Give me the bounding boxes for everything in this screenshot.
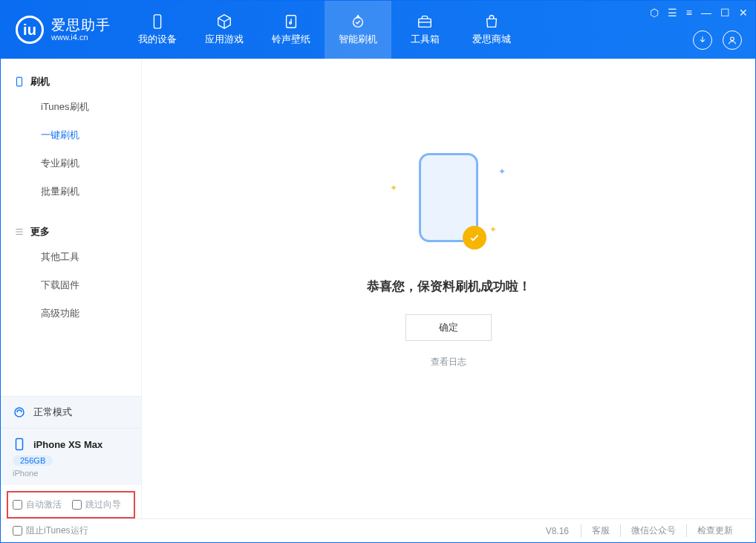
sidebar-item-itunes-flash[interactable]: iTunes刷机 xyxy=(1,93,141,121)
svg-rect-8 xyxy=(16,439,23,450)
device-mode: 正常模式 xyxy=(33,406,72,419)
cube-icon xyxy=(216,13,232,30)
main-content: ✦ ✦ ✦ 恭喜您，保资料刷机成功啦！ 确定 查看日志 xyxy=(142,59,755,518)
check-badge-icon xyxy=(463,226,486,250)
nav-apps-games[interactable]: 应用游戏 xyxy=(191,1,258,59)
block-itunes-checkbox[interactable]: 阻止iTunes运行 xyxy=(13,524,88,537)
list-icon[interactable]: ≡ xyxy=(686,7,692,19)
version-label: V8.16 xyxy=(546,526,569,536)
header-actions xyxy=(693,30,742,50)
sidebar: 刷机 iTunes刷机 一键刷机 专业刷机 批量刷机 更多 其他工具 下载固件 … xyxy=(1,59,142,518)
footer: 阻止iTunes运行 V8.16 客服 微信公众号 检查更新 xyxy=(1,518,755,542)
close-button[interactable]: ✕ xyxy=(739,7,748,19)
music-icon xyxy=(283,13,299,30)
main-nav: 我的设备 应用游戏 铃声壁纸 智能刷机 工具箱 爱思商城 xyxy=(124,1,525,59)
sync-icon xyxy=(13,406,26,419)
nav-label: 智能刷机 xyxy=(339,33,377,46)
svg-point-7 xyxy=(15,408,24,417)
brand-name: 爱思助手 xyxy=(51,18,111,33)
brand-url: www.i4.cn xyxy=(51,33,111,42)
group-title: 更多 xyxy=(30,225,50,238)
list-icon xyxy=(14,227,25,237)
footer-link-wechat[interactable]: 微信公众号 xyxy=(620,524,686,537)
download-button[interactable] xyxy=(693,30,712,50)
nav-label: 应用游戏 xyxy=(205,33,244,46)
nav-label: 我的设备 xyxy=(138,33,177,46)
nav-label: 工具箱 xyxy=(411,33,440,46)
svg-rect-0 xyxy=(154,15,160,28)
view-log-link[interactable]: 查看日志 xyxy=(315,356,582,368)
auto-activate-checkbox[interactable]: 自动激活 xyxy=(13,498,62,511)
nav-store[interactable]: 爱思商城 xyxy=(458,1,525,59)
app-header: iu 爱思助手 www.i4.cn 我的设备 应用游戏 铃声壁纸 智能刷机 工具… xyxy=(1,1,755,59)
refresh-icon xyxy=(350,13,366,30)
nav-ringtone-wallpaper[interactable]: 铃声壁纸 xyxy=(258,1,325,59)
nav-label: 爱思商城 xyxy=(472,33,511,46)
nav-my-device[interactable]: 我的设备 xyxy=(124,1,191,59)
nav-label: 铃声壁纸 xyxy=(272,33,310,46)
sidebar-item-advanced[interactable]: 高级功能 xyxy=(1,299,141,328)
device-mode-box[interactable]: 正常模式 xyxy=(1,396,141,428)
success-illustration: ✦ ✦ ✦ xyxy=(385,153,512,257)
nav-toolbox[interactable]: 工具箱 xyxy=(391,1,458,59)
sidebar-item-pro-flash[interactable]: 专业刷机 xyxy=(1,149,141,178)
svg-rect-4 xyxy=(419,19,431,27)
success-message: 恭喜您，保资料刷机成功啦！ xyxy=(315,278,582,295)
sidebar-item-other-tools[interactable]: 其他工具 xyxy=(1,243,141,271)
window-controls: ⬡ ☰ ≡ — ☐ ✕ xyxy=(650,7,748,19)
maximize-button[interactable]: ☐ xyxy=(720,7,730,19)
nav-smart-flash[interactable]: 智能刷机 xyxy=(325,1,391,59)
toolbox-icon xyxy=(417,13,433,30)
device-info-box[interactable]: iPhone XS Max 256GB iPhone xyxy=(1,428,141,485)
svg-point-2 xyxy=(290,22,292,24)
flash-options-highlight: 自动激活 跳过向导 xyxy=(7,491,135,518)
menu-icon[interactable]: ☰ xyxy=(668,7,677,19)
sidebar-group-flash: 刷机 xyxy=(1,71,141,93)
device-icon xyxy=(149,13,166,30)
minimize-button[interactable]: — xyxy=(701,7,711,19)
footer-link-update[interactable]: 检查更新 xyxy=(686,524,743,537)
sidebar-item-batch-flash[interactable]: 批量刷机 xyxy=(1,178,141,206)
user-button[interactable] xyxy=(723,30,742,50)
device-name: iPhone XS Max xyxy=(33,439,102,450)
footer-link-support[interactable]: 客服 xyxy=(581,524,620,537)
sidebar-group-more: 更多 xyxy=(1,221,141,243)
sidebar-item-oneclick-flash[interactable]: 一键刷机 xyxy=(1,121,141,149)
phone-icon xyxy=(14,77,25,87)
shirt-icon[interactable]: ⬡ xyxy=(650,7,659,19)
group-title: 刷机 xyxy=(30,75,50,88)
ok-button[interactable]: 确定 xyxy=(405,314,492,341)
skip-guide-checkbox[interactable]: 跳过向导 xyxy=(72,498,121,511)
svg-rect-6 xyxy=(17,77,22,86)
logo-icon: iu xyxy=(16,16,44,44)
store-icon xyxy=(483,13,500,30)
phone-icon xyxy=(13,438,26,451)
sidebar-item-download-firmware[interactable]: 下载固件 xyxy=(1,271,141,299)
device-storage-badge: 256GB xyxy=(13,455,53,466)
svg-point-5 xyxy=(731,37,734,41)
device-type: iPhone xyxy=(13,469,129,478)
logo-area: iu 爱思助手 www.i4.cn xyxy=(1,16,124,44)
